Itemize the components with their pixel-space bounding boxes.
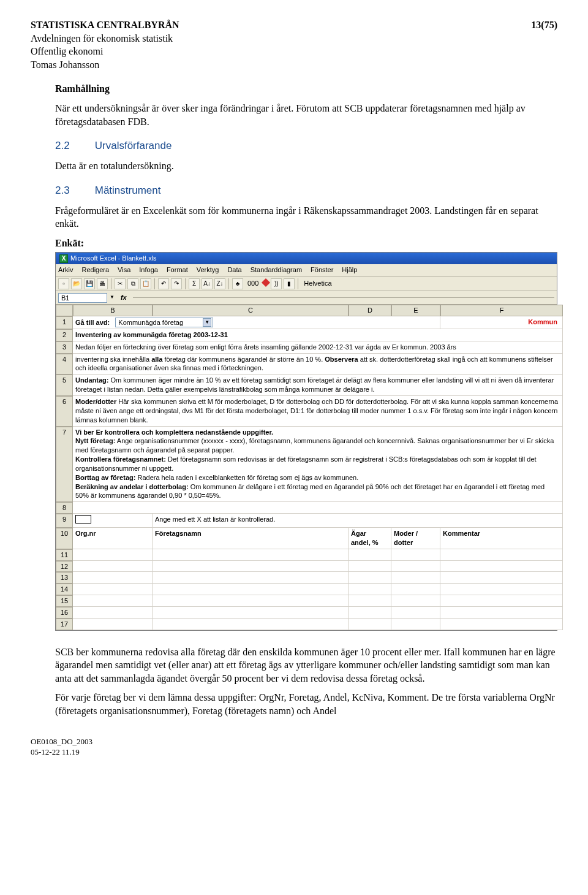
- c17c[interactable]: [153, 619, 349, 630]
- print-icon[interactable]: 🖶: [97, 278, 108, 289]
- menu-visa[interactable]: Visa: [118, 265, 130, 275]
- row-15[interactable]: 15: [56, 595, 73, 607]
- c11d[interactable]: [349, 549, 391, 561]
- col-f[interactable]: F: [440, 305, 563, 316]
- row-3[interactable]: 3: [56, 341, 73, 354]
- cell-row8[interactable]: [73, 502, 563, 514]
- row-2[interactable]: 2: [56, 329, 73, 341]
- row-4[interactable]: 4: [56, 354, 73, 375]
- cell-kommun[interactable]: Kommun: [440, 316, 563, 329]
- c13d[interactable]: [349, 572, 391, 584]
- row-11[interactable]: 11: [56, 549, 73, 561]
- c15b[interactable]: [73, 595, 153, 607]
- cell-orgnr-head[interactable]: Org.nr: [73, 528, 153, 549]
- cell-row9-check[interactable]: [73, 514, 153, 528]
- row-17[interactable]: 17: [56, 619, 73, 630]
- row-8[interactable]: 8: [56, 502, 73, 514]
- menu-arkiv[interactable]: Arkiv: [58, 265, 73, 275]
- cell-row9-text[interactable]: Ange med ett X att listan är kontrollera…: [153, 514, 563, 528]
- c16b[interactable]: [73, 607, 153, 619]
- copy-icon[interactable]: ⧉: [127, 278, 138, 289]
- c16c[interactable]: [153, 607, 349, 619]
- c15f[interactable]: [440, 595, 563, 607]
- c11c[interactable]: [153, 549, 349, 561]
- c15d[interactable]: [349, 595, 391, 607]
- row-14[interactable]: 14: [56, 584, 73, 595]
- c17f[interactable]: [440, 619, 563, 630]
- row-1[interactable]: 1: [56, 316, 73, 329]
- chart-icon[interactable]: ▮: [284, 278, 295, 289]
- paren-icon[interactable]: )): [271, 278, 282, 289]
- row-7[interactable]: 7: [56, 427, 73, 503]
- menu-infoga[interactable]: Infoga: [139, 265, 158, 275]
- menu-data[interactable]: Data: [227, 265, 241, 275]
- cell-row6[interactable]: Moder/dotter Här ska kommunen skriva ett…: [73, 396, 563, 427]
- menu-hjalp[interactable]: Hjälp: [342, 265, 357, 275]
- c11e[interactable]: [391, 549, 440, 561]
- c13f[interactable]: [440, 572, 563, 584]
- row-6[interactable]: 6: [56, 396, 73, 427]
- menu-fonster[interactable]: Fönster: [311, 265, 333, 275]
- club-icon[interactable]: ♣: [232, 278, 243, 289]
- c16f[interactable]: [440, 607, 563, 619]
- save-icon[interactable]: 💾: [84, 278, 95, 289]
- row-12[interactable]: 12: [56, 561, 73, 573]
- cell-foretag-head[interactable]: Företagsnamn: [153, 528, 349, 549]
- row-13[interactable]: 13: [56, 572, 73, 584]
- fx-label[interactable]: fx: [117, 293, 130, 302]
- sum-icon[interactable]: Σ: [189, 278, 200, 289]
- c13e[interactable]: [391, 572, 440, 584]
- name-box[interactable]: B1: [58, 293, 107, 303]
- c11b[interactable]: [73, 549, 153, 561]
- c12c[interactable]: [153, 561, 349, 573]
- c11f[interactable]: [440, 549, 563, 561]
- c12d[interactable]: [349, 561, 391, 573]
- c16e[interactable]: [391, 607, 440, 619]
- c13b[interactable]: [73, 572, 153, 584]
- c14d[interactable]: [349, 584, 391, 595]
- cut-icon[interactable]: ✂: [115, 278, 126, 289]
- col-e[interactable]: E: [391, 305, 440, 316]
- cell-row5[interactable]: Undantag: Om kommunen äger mindre än 10 …: [73, 375, 563, 396]
- menu-verktyg[interactable]: Verktyg: [197, 265, 219, 275]
- cell-row2[interactable]: Inventering av kommunägda företag 2003-1…: [73, 329, 563, 341]
- menu-redigera[interactable]: Redigera: [81, 265, 109, 275]
- row-9[interactable]: 9: [56, 514, 73, 528]
- cell-row3[interactable]: Nedan följer en förteckning över företag…: [73, 341, 563, 354]
- diamond-red-icon[interactable]: [263, 279, 269, 288]
- col-d[interactable]: D: [349, 305, 391, 316]
- check-box[interactable]: [75, 515, 91, 524]
- redo-icon[interactable]: ↷: [171, 278, 182, 289]
- c15c[interactable]: [153, 595, 349, 607]
- menu-standarddiagram[interactable]: Standarddiagram: [251, 265, 302, 275]
- cell-row7[interactable]: Vi ber Er kontrollera och komplettera ne…: [73, 427, 563, 503]
- dropdown-icon[interactable]: ▼: [110, 294, 115, 301]
- c14c[interactable]: [153, 584, 349, 595]
- c13c[interactable]: [153, 572, 349, 584]
- font-name[interactable]: Helvetica: [301, 279, 334, 288]
- new-icon[interactable]: ▫: [58, 278, 69, 289]
- cell-agar-head[interactable]: Ägarandel, %: [349, 528, 391, 549]
- cell-row4[interactable]: inventering ska innehålla alla företag d…: [73, 354, 563, 375]
- chevron-down-icon[interactable]: ▼: [203, 318, 211, 327]
- c17b[interactable]: [73, 619, 153, 630]
- paste-icon[interactable]: 📋: [140, 278, 151, 289]
- c14b[interactable]: [73, 584, 153, 595]
- sort-desc-icon[interactable]: Z↓: [214, 278, 225, 289]
- open-icon[interactable]: 📂: [71, 278, 82, 289]
- row-5[interactable]: 5: [56, 375, 73, 396]
- menu-format[interactable]: Format: [167, 265, 188, 275]
- c12f[interactable]: [440, 561, 563, 573]
- c14e[interactable]: [391, 584, 440, 595]
- cell-moder-head[interactable]: Moder /dotter: [391, 528, 440, 549]
- cell-kommentar-head[interactable]: Kommentar: [440, 528, 563, 549]
- avd-dropdown[interactable]: Kommunägda företag ▼: [115, 318, 213, 327]
- c12e[interactable]: [391, 561, 440, 573]
- c12b[interactable]: [73, 561, 153, 573]
- c17d[interactable]: [349, 619, 391, 630]
- undo-icon[interactable]: ↶: [158, 278, 169, 289]
- c14f[interactable]: [440, 584, 563, 595]
- c15e[interactable]: [391, 595, 440, 607]
- c16d[interactable]: [349, 607, 391, 619]
- c17e[interactable]: [391, 619, 440, 630]
